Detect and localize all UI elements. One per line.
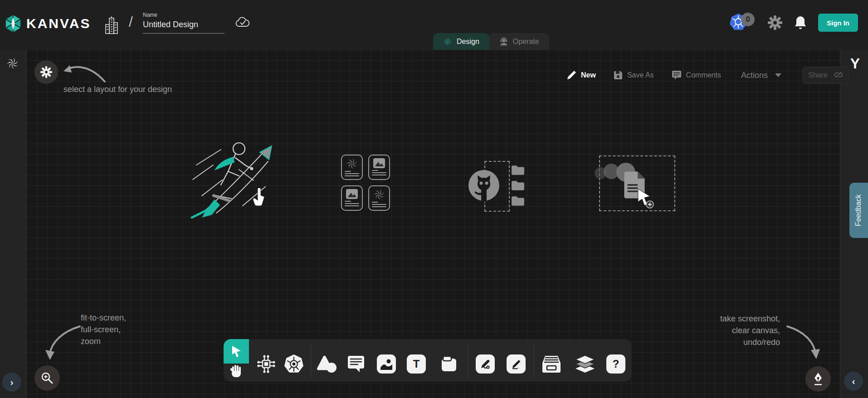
image-tool-icon bbox=[380, 358, 393, 370]
operate-headset-icon bbox=[499, 37, 508, 46]
sparkle-icon bbox=[40, 66, 53, 78]
chip-integration-icon bbox=[256, 354, 276, 374]
rocket-illustration bbox=[188, 141, 279, 218]
screenshot-hint-text: take screenshot, clear canvas, undo/redo bbox=[720, 313, 780, 348]
collaborator-y-logo: Y bbox=[850, 55, 860, 72]
chevron-left-icon: ‹ bbox=[852, 376, 855, 387]
drawer-icon bbox=[541, 355, 561, 373]
canvas-toolbar: New Save As Comments Actions Share bbox=[566, 66, 848, 84]
toolbar-divider bbox=[311, 344, 311, 377]
credits-badge: 0 bbox=[741, 13, 755, 26]
expand-left-panel-button[interactable]: › bbox=[2, 373, 21, 392]
shapes-icon bbox=[317, 354, 337, 374]
design-name-input[interactable] bbox=[143, 18, 224, 34]
repo-folder-icon bbox=[511, 195, 525, 206]
zoom-in-icon bbox=[41, 372, 54, 384]
cursor-arrow-icon bbox=[230, 345, 242, 358]
draw-tool[interactable] bbox=[507, 354, 526, 374]
card-drop-file[interactable] bbox=[599, 155, 675, 211]
comment-tool-icon bbox=[346, 355, 366, 373]
left-sidebar bbox=[0, 50, 26, 398]
pencil-new-icon bbox=[566, 70, 577, 81]
share-button[interactable]: Share bbox=[802, 67, 848, 84]
cursor-plus-icon bbox=[636, 188, 655, 209]
kubernetes-credits[interactable]: 0 bbox=[729, 13, 756, 33]
sign-in-button[interactable]: Sign In bbox=[818, 14, 858, 32]
integration-tool[interactable] bbox=[256, 354, 277, 374]
breadcrumb-separator: / bbox=[129, 14, 133, 30]
design-name-field: Name bbox=[143, 12, 224, 34]
kanvas-hexagon-icon bbox=[5, 14, 22, 34]
save-as-button[interactable]: Save As bbox=[613, 70, 654, 80]
share-link-icon bbox=[834, 71, 843, 80]
card-import-github[interactable] bbox=[468, 161, 527, 212]
expand-right-panel-button[interactable]: ‹ bbox=[844, 372, 863, 391]
notifications-bell-icon[interactable] bbox=[795, 15, 806, 30]
tab-design[interactable]: Design bbox=[433, 33, 489, 50]
select-tool[interactable] bbox=[224, 339, 249, 364]
settings-gear-icon[interactable] bbox=[767, 15, 783, 30]
pan-tool[interactable] bbox=[224, 364, 249, 382]
archive-tool[interactable] bbox=[541, 354, 562, 374]
shapes-tool[interactable] bbox=[317, 354, 337, 374]
name-label: Name bbox=[143, 12, 224, 18]
tab-operate[interactable]: Operate bbox=[489, 33, 549, 50]
design-pinwheel-icon bbox=[443, 37, 452, 46]
repo-folder-icon bbox=[511, 165, 525, 175]
pen-tool-icon bbox=[479, 358, 491, 370]
actions-dropdown[interactable]: Actions bbox=[741, 71, 781, 80]
hand-pan-icon bbox=[230, 364, 242, 377]
toolbar-divider bbox=[468, 344, 468, 377]
pen-tool[interactable] bbox=[476, 354, 495, 374]
pencil-draw-icon bbox=[510, 358, 522, 370]
bottom-toolbar: T bbox=[224, 339, 632, 382]
chevron-down-icon bbox=[775, 73, 781, 77]
kubernetes-tool[interactable] bbox=[283, 354, 304, 374]
template-tile bbox=[341, 155, 363, 180]
note-tool-icon bbox=[440, 355, 458, 373]
spiral-brand-icon[interactable] bbox=[6, 57, 19, 70]
chevron-right-icon: › bbox=[10, 377, 14, 388]
zoom-hint-arrow bbox=[40, 320, 83, 363]
hand-cursor-icon bbox=[252, 188, 267, 206]
comment-tool[interactable] bbox=[346, 354, 366, 374]
note-tool[interactable] bbox=[439, 354, 459, 374]
zoom-hint-text: fit-to-screen, full-screen, zoom bbox=[81, 312, 126, 347]
kubernetes-wheel-icon bbox=[283, 354, 304, 374]
image-tool[interactable] bbox=[377, 354, 396, 374]
comments-button[interactable]: Comments bbox=[671, 70, 721, 80]
organization-icon[interactable] bbox=[105, 15, 118, 34]
cloud-sync-icon bbox=[235, 16, 250, 28]
help-tool[interactable]: ? bbox=[606, 354, 625, 374]
layout-hint-text: select a layout for your design bbox=[63, 83, 172, 95]
mode-tabs: Design Operate bbox=[433, 33, 549, 50]
comment-bubble-icon bbox=[671, 70, 682, 80]
layers-icon bbox=[575, 354, 595, 374]
app-title: KANVAS bbox=[26, 16, 91, 31]
template-tile bbox=[341, 185, 363, 211]
zoom-button[interactable] bbox=[34, 365, 60, 391]
layout-suggestion-button[interactable] bbox=[34, 60, 58, 84]
template-tile bbox=[368, 185, 390, 211]
text-tool[interactable]: T bbox=[407, 354, 426, 374]
floppy-save-icon bbox=[613, 70, 623, 80]
pen-nib-icon bbox=[812, 372, 824, 386]
new-button[interactable]: New bbox=[566, 70, 596, 81]
repo-folder-icon bbox=[511, 180, 525, 191]
template-tile bbox=[368, 155, 390, 180]
card-start-from-template[interactable] bbox=[341, 155, 390, 211]
feedback-tab[interactable]: Feedback bbox=[849, 183, 868, 238]
github-icon bbox=[468, 169, 500, 202]
pen-actions-button[interactable] bbox=[805, 366, 831, 392]
toolbar-divider bbox=[534, 344, 534, 377]
layers-tool[interactable] bbox=[575, 354, 595, 374]
screenshot-hint-arrow bbox=[785, 321, 826, 362]
app-logo: KANVAS bbox=[5, 14, 91, 34]
